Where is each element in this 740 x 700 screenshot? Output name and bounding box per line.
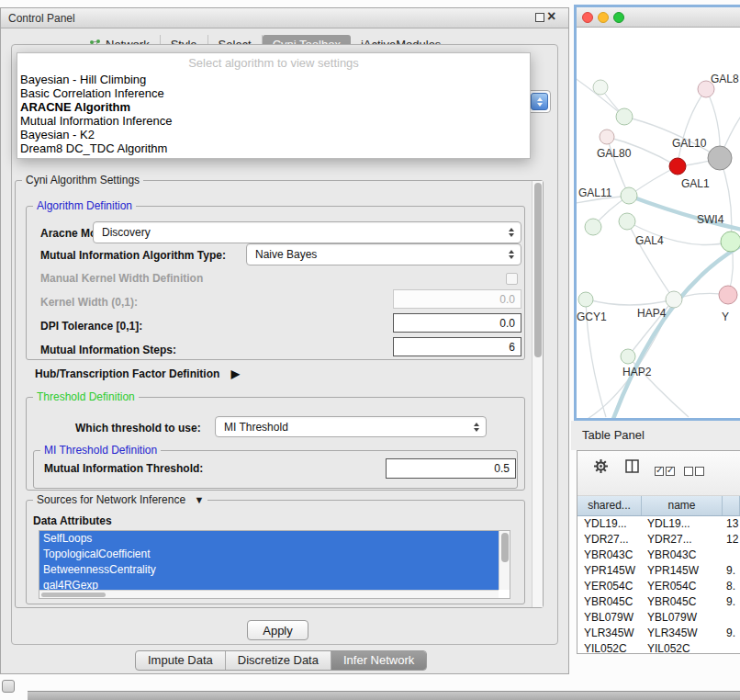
data-attributes-list-container: SelfLoopsTopologicalCoefficientBetweenne… <box>39 530 510 599</box>
table-cell: YDL19... <box>577 516 642 532</box>
sources-section-toggle[interactable]: Sources for Network Inference ▼ <box>33 493 207 506</box>
list-horizontal-scrollbar[interactable] <box>39 590 499 598</box>
network-node[interactable] <box>619 213 635 230</box>
minimized-window-icon[interactable] <box>2 680 15 693</box>
settings-scrollbar[interactable] <box>532 181 543 607</box>
table-cell: YER054C <box>642 579 723 594</box>
select-rows-icon[interactable] <box>655 463 677 480</box>
node-label: GAL1 <box>681 177 710 190</box>
table-cell: 13 <box>723 516 740 532</box>
show-columns-icon[interactable] <box>625 459 639 477</box>
algorithm-option[interactable]: Basic Correlation Inference <box>17 86 530 100</box>
attribute-item[interactable]: SelfLoops <box>39 531 499 547</box>
manual-kernel-checkbox[interactable] <box>506 273 518 285</box>
table-cell: YBR045C <box>642 594 723 610</box>
mi-steps-field[interactable]: 6 <box>393 337 521 356</box>
table-row[interactable]: YLR345WYLR345W9. <box>577 626 740 641</box>
node-label: GAL10 <box>672 137 707 150</box>
mac-zoom-button[interactable] <box>613 12 624 23</box>
attribute-item[interactable]: TopologicalCoefficient <box>39 547 499 562</box>
list-horizontal-scrollbar-thumb[interactable] <box>41 593 106 597</box>
list-vertical-scrollbar[interactable] <box>499 531 510 590</box>
table-row[interactable]: YBR043CYBR043C <box>577 548 740 563</box>
tab-impute-data[interactable]: Impute Data <box>136 651 226 670</box>
which-threshold-value: MI Threshold <box>224 421 288 434</box>
table-row[interactable]: YPR145WYPR145W9. <box>577 563 740 579</box>
table-cell: YBR043C <box>577 548 642 563</box>
network-edge <box>720 158 732 242</box>
table-cell: YDR27... <box>577 532 642 548</box>
table-toolbar <box>577 451 740 496</box>
apply-button[interactable]: Apply <box>247 620 308 640</box>
algorithm-dropdown: Select algorithm to view settings Bayesi… <box>17 52 531 159</box>
node-label: Y <box>722 310 729 323</box>
table-cell: YLR345W <box>577 626 642 641</box>
column-header-shared[interactable]: shared... <box>577 496 642 515</box>
network-node[interactable] <box>669 158 686 175</box>
aracne-mode-select[interactable]: Discovery <box>93 221 521 243</box>
algorithm-option[interactable]: Bayesian - Hill Climbing <box>17 73 530 86</box>
float-window-icon[interactable] <box>535 13 544 22</box>
node-label: HAP2 <box>622 366 652 378</box>
network-node[interactable] <box>666 291 682 308</box>
table-row[interactable]: YER054CYER054C8. <box>577 579 740 594</box>
table-row[interactable]: YIL052CYIL052C <box>577 641 740 653</box>
network-node[interactable] <box>721 231 740 252</box>
mi-threshold-field[interactable]: 0.5 <box>386 458 516 479</box>
table-panel-window: shared... name YDL19...YDL19...13YDR27..… <box>577 450 740 654</box>
network-node[interactable] <box>708 146 732 170</box>
table-row[interactable]: YDR27...YDR27...12 <box>577 532 740 548</box>
chevron-updown-icon <box>474 423 479 432</box>
table-row[interactable]: YBR045CYBR045C9. <box>577 594 740 610</box>
sources-title: Sources for Network Inference <box>37 493 185 506</box>
mi-steps-label: Mutual Information Steps: <box>40 344 176 356</box>
attribute-item[interactable]: BetweennessCentrality <box>39 562 499 578</box>
bottom-window-edge <box>28 691 740 700</box>
network-node[interactable] <box>578 292 593 307</box>
network-edge <box>588 299 674 305</box>
column-header-name[interactable]: name <box>642 496 723 515</box>
close-icon[interactable]: × <box>547 8 555 25</box>
combo-arrows-icon <box>531 93 548 110</box>
column-header-extra[interactable] <box>723 496 740 515</box>
table-row[interactable]: YBL079WYBL079W <box>577 610 740 626</box>
window-title: Control Panel <box>8 12 75 25</box>
mi-type-select[interactable]: Naive Bayes <box>246 243 521 265</box>
tab-infer-network[interactable]: Infer Network <box>331 651 426 670</box>
network-node[interactable] <box>719 286 737 304</box>
network-node[interactable] <box>600 130 614 144</box>
network-node[interactable] <box>616 108 633 125</box>
algorithm-option[interactable]: Dream8 DC_TDC Algorithm <box>17 141 530 155</box>
algorithm-option[interactable]: Mutual Information Inference <box>17 114 530 128</box>
algorithm-dropdown-list: Bayesian - Hill ClimbingBasic Correlatio… <box>17 73 530 155</box>
apply-button-label: Apply <box>263 624 293 638</box>
table-cell <box>723 548 740 563</box>
settings-gear-icon[interactable] <box>593 458 609 478</box>
network-node[interactable] <box>621 349 635 364</box>
mi-type-value: Naive Bayes <box>255 248 317 261</box>
mi-threshold-group-title: MI Threshold Definition <box>40 444 161 457</box>
dpi-tolerance-field[interactable]: 0.0 <box>393 313 521 333</box>
settings-scrollbar-thumb[interactable] <box>534 183 542 357</box>
which-threshold-select[interactable]: MI Threshold <box>215 416 487 437</box>
network-canvas[interactable]: GAL8GAL80GAL10GAL1GAL11SWI4GAL4GCY1HAP4Y… <box>577 28 740 418</box>
tab-discretize-data[interactable]: Discretize Data <box>226 651 331 670</box>
deselect-rows-icon[interactable] <box>684 463 706 480</box>
mac-minimize-button[interactable] <box>598 12 609 23</box>
hub-section-toggle[interactable]: Hub/Transcription Factor Definition ▶ <box>35 367 240 380</box>
table-cell: YDL19... <box>642 516 723 532</box>
network-node[interactable] <box>621 187 637 204</box>
algorithm-option[interactable]: ARACNE Algorithm <box>17 100 530 114</box>
mac-close-button[interactable] <box>582 12 593 23</box>
node-label: HAP4 <box>637 307 667 320</box>
table-row[interactable]: YDL19...YDL19...13 <box>577 516 740 532</box>
network-view[interactable]: GAL8GAL80GAL10GAL1GAL11SWI4GAL4GCY1HAP4Y… <box>577 28 740 418</box>
algorithm-option[interactable]: Bayesian - K2 <box>17 128 530 141</box>
data-attributes-label: Data Attributes <box>33 514 112 527</box>
list-vertical-scrollbar-thumb[interactable] <box>501 533 509 562</box>
network-node[interactable] <box>593 80 608 95</box>
threshold-definition-title: Threshold Definition <box>33 390 139 403</box>
network-node[interactable] <box>585 219 601 235</box>
table-cell: 9. <box>723 626 740 641</box>
table-cell: 12 <box>723 532 740 548</box>
